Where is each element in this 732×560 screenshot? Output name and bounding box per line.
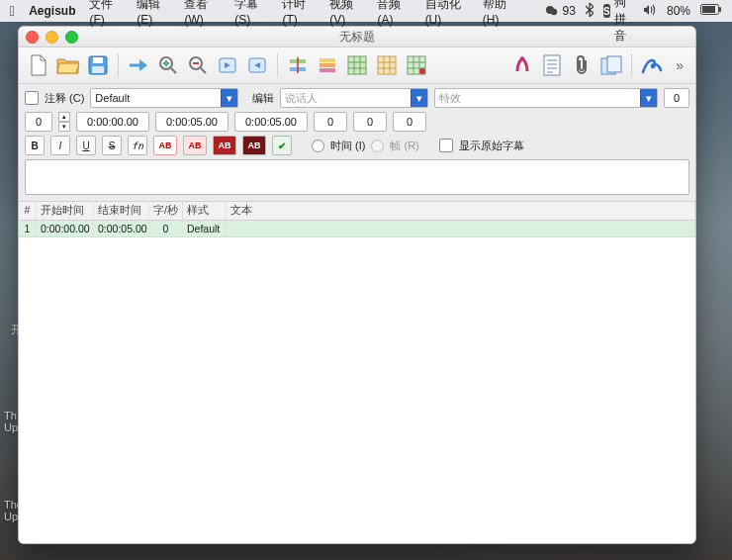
margin-left-input[interactable]: 0 xyxy=(314,112,347,132)
underline-button[interactable]: U xyxy=(76,136,96,155)
svg-rect-14 xyxy=(320,58,335,62)
window-minimize-button[interactable] xyxy=(46,31,58,44)
font-name-button[interactable]: fn xyxy=(128,136,147,155)
layer-input[interactable]: 0 xyxy=(25,112,52,132)
menu-video[interactable]: 视频 (V) xyxy=(329,0,363,27)
by-frame-label: 帧 (R) xyxy=(390,139,418,153)
by-frame-radio[interactable] xyxy=(371,140,384,152)
style-combo[interactable]: Default ▾ xyxy=(90,88,238,108)
shadow-color-button[interactable]: AB xyxy=(242,136,266,155)
primary-color-button[interactable]: AB xyxy=(153,136,177,155)
col-style[interactable]: 样式 xyxy=(183,202,227,220)
open-file-button[interactable] xyxy=(56,53,80,77)
toolbar-overflow[interactable]: » xyxy=(672,57,687,73)
svg-rect-16 xyxy=(320,68,335,72)
jump-to-button[interactable] xyxy=(127,53,150,77)
ime-name: 搜狗拼音 xyxy=(614,0,633,45)
wechat-count: 93 xyxy=(563,4,576,18)
actor-combo[interactable]: 说话人 ▾ xyxy=(280,88,428,108)
properties-button[interactable] xyxy=(540,53,564,77)
svg-rect-7 xyxy=(92,66,104,73)
cell-cps: 0 xyxy=(149,221,183,236)
grid-empty-area[interactable] xyxy=(19,237,695,544)
subtitles-grid-button-3[interactable] xyxy=(405,53,428,77)
apple-menu[interactable]:  xyxy=(10,4,15,18)
jump-video-end-button[interactable] xyxy=(245,53,269,77)
zoom-in-button[interactable] xyxy=(156,53,180,77)
save-file-button[interactable] xyxy=(86,53,110,77)
effect-combo[interactable]: 特效 ▾ xyxy=(434,88,658,108)
shift-times-button[interactable] xyxy=(286,53,310,77)
styles-manager-button[interactable] xyxy=(316,53,339,77)
comment-checkbox[interactable] xyxy=(25,91,39,105)
comment-label: 注释 (C) xyxy=(45,91,84,106)
menu-audio[interactable]: 音频 (A) xyxy=(377,0,411,27)
jump-video-start-button[interactable] xyxy=(216,53,239,77)
svg-rect-17 xyxy=(348,56,366,74)
subtitle-text-input[interactable] xyxy=(25,159,689,195)
automation-button[interactable] xyxy=(640,53,664,77)
strike-button[interactable]: S xyxy=(102,136,122,155)
battery-percent: 80% xyxy=(667,4,690,18)
col-cps[interactable]: 字/秒 xyxy=(149,202,183,220)
aegisub-window: 无标题 xyxy=(18,26,696,544)
start-time-input[interactable]: 0:00:00.00 xyxy=(76,112,149,132)
wechat-status[interactable]: 93 xyxy=(545,4,576,18)
bold-button[interactable]: B xyxy=(25,136,45,155)
svg-point-1 xyxy=(550,9,556,15)
attachments-button[interactable] xyxy=(570,53,594,77)
bluetooth-icon[interactable] xyxy=(586,3,594,20)
volume-icon[interactable] xyxy=(643,4,657,19)
menu-file[interactable]: 文件 (F) xyxy=(89,0,123,27)
svg-rect-6 xyxy=(93,57,103,63)
svg-rect-15 xyxy=(320,63,335,67)
window-zoom-button[interactable] xyxy=(65,31,78,44)
duration-input[interactable]: 0:00:05.00 xyxy=(234,112,308,132)
actor-placeholder: 说话人 xyxy=(281,91,411,106)
effect-placeholder: 特效 xyxy=(435,91,640,106)
grid-header: # 开始时间 结束时间 字/秒 样式 文本 xyxy=(19,202,695,221)
chevron-down-icon: ▾ xyxy=(221,89,237,107)
commit-button[interactable]: ✔ xyxy=(272,136,292,155)
zoom-out-button[interactable] xyxy=(186,53,210,77)
outline-color-button[interactable]: AB xyxy=(213,136,236,155)
menu-automation[interactable]: 自动化 (U) xyxy=(425,0,469,27)
new-file-button[interactable] xyxy=(27,53,50,77)
col-end[interactable]: 结束时间 xyxy=(94,202,149,220)
cell-text xyxy=(227,221,695,236)
margin-vert-input[interactable]: 0 xyxy=(393,112,426,132)
desktop-text-fragment: Th Up xyxy=(4,410,18,433)
svg-point-20 xyxy=(419,68,425,74)
subtitles-grid-button-1[interactable] xyxy=(345,53,369,77)
status-area: 93 S 搜狗拼音 80% xyxy=(545,0,722,45)
menu-view[interactable]: 查看 (W) xyxy=(184,0,221,27)
subtitles-grid-button-2[interactable] xyxy=(375,53,399,77)
grid-row[interactable]: 1 0:00:00.00 0:00:05.00 0 Default xyxy=(19,221,695,237)
menu-edit[interactable]: 编辑 (E) xyxy=(137,0,170,27)
menu-help[interactable]: 帮助 (H) xyxy=(483,0,517,27)
edit-button-label[interactable]: 编辑 xyxy=(252,91,274,106)
end-time-input[interactable]: 0:00:05.00 xyxy=(155,112,229,132)
input-method[interactable]: S 搜狗拼音 xyxy=(603,0,633,45)
ass-override-button[interactable] xyxy=(510,53,534,77)
italic-button[interactable]: I xyxy=(50,136,70,155)
battery-icon[interactable] xyxy=(700,4,722,18)
col-start[interactable]: 开始时间 xyxy=(37,202,94,220)
window-title: 无标题 xyxy=(339,29,375,46)
col-num[interactable]: # xyxy=(19,202,37,220)
layer-spinner[interactable]: ▴▾ xyxy=(58,112,70,132)
chevron-down-icon: ▾ xyxy=(640,89,657,107)
menu-subtitle[interactable]: 字幕 (S) xyxy=(234,0,268,27)
window-close-button[interactable] xyxy=(26,31,39,44)
menu-timing[interactable]: 计时 (T) xyxy=(282,0,316,27)
main-toolbar: » xyxy=(19,47,695,84)
col-text[interactable]: 文本 xyxy=(227,202,695,220)
fonts-collector-button[interactable] xyxy=(599,53,623,77)
margin-right-input[interactable]: 0 xyxy=(353,112,387,132)
app-name[interactable]: Aegisub xyxy=(29,4,75,18)
style-value: Default xyxy=(91,92,221,104)
secondary-color-button[interactable]: AB xyxy=(183,136,207,155)
by-time-radio[interactable] xyxy=(312,140,324,152)
svg-rect-3 xyxy=(702,6,715,13)
show-original-checkbox[interactable] xyxy=(439,139,453,152)
